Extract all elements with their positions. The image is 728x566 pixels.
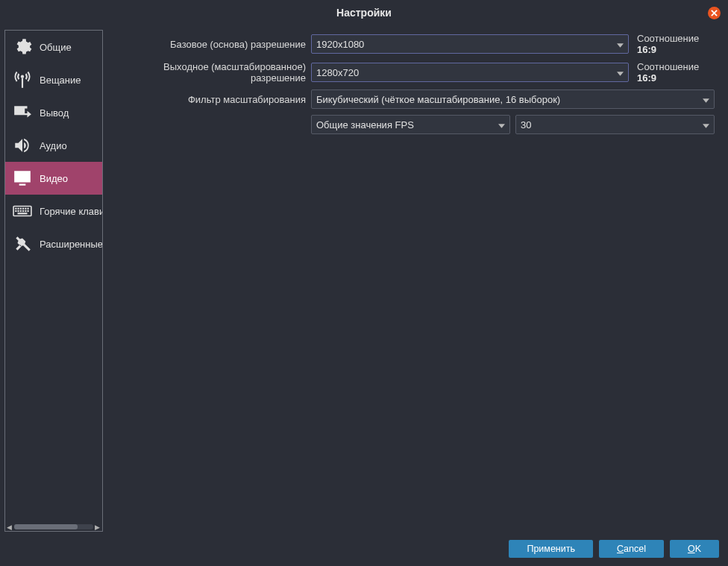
monitor-icon — [10, 167, 35, 189]
select-fps-value[interactable]: 30 — [515, 115, 715, 134]
sidebar-item-audio[interactable]: Аудио — [5, 129, 102, 162]
ratio-value: 16:9 — [637, 44, 656, 55]
svg-rect-11 — [18, 210, 19, 212]
apply-button[interactable]: Применить — [509, 540, 593, 558]
svg-rect-10 — [15, 210, 16, 212]
ratio-label: Соотношение — [637, 33, 699, 44]
chevron-down-icon — [498, 119, 505, 131]
label-base-resolution: Базовое (основа) разрешение — [110, 39, 306, 50]
sidebar-item-label: Аудио — [40, 140, 67, 151]
sidebar-wrap: Общие Вещание Вывод Аудио — [4, 30, 103, 532]
speaker-icon — [10, 134, 35, 157]
label-output-resolution: Выходное (масштабированное) разрешение — [110, 61, 306, 84]
svg-rect-14 — [25, 210, 26, 212]
sidebar: Общие Вещание Вывод Аудио — [5, 31, 102, 522]
sidebar-item-stream[interactable]: Вещание — [5, 63, 102, 96]
main-panel: Базовое (основа) разрешение 1920x1080 Со… — [110, 30, 724, 532]
svg-rect-9 — [28, 208, 29, 210]
close-icon — [711, 10, 718, 16]
select-base-resolution[interactable]: 1920x1080 — [311, 34, 629, 54]
select-value: 1280x720 — [316, 67, 359, 78]
footer: Применить Cancel OK — [0, 536, 728, 562]
svg-rect-13 — [22, 210, 24, 212]
label-scale-filter: Фильтр масштабирования — [110, 94, 306, 105]
sidebar-scrollbar[interactable]: ◀ ▶ — [5, 522, 102, 531]
svg-rect-6 — [20, 208, 22, 210]
sidebar-item-label: Общие — [40, 42, 72, 53]
select-scale-filter[interactable]: Бикубический (чёткое масштабирование, 16… — [311, 89, 715, 109]
svg-rect-5 — [18, 208, 19, 210]
output-icon — [10, 101, 35, 124]
sidebar-item-label: Горячие клавиши — [40, 206, 102, 217]
select-value: 1920x1080 — [316, 39, 364, 50]
svg-rect-16 — [18, 213, 28, 214]
titlebar: Настройки — [0, 0, 728, 25]
select-value: Бикубический (чёткое масштабирование, 16… — [316, 94, 560, 105]
ok-button[interactable]: OK — [670, 540, 719, 558]
cancel-button[interactable]: Cancel — [599, 540, 664, 558]
scroll-right-icon: ▶ — [95, 523, 101, 529]
window-title: Настройки — [336, 7, 392, 19]
row-output-resolution: Выходное (масштабированное) разрешение 1… — [110, 61, 715, 84]
svg-rect-4 — [15, 208, 16, 210]
row-base-resolution: Базовое (основа) разрешение 1920x1080 Со… — [110, 33, 715, 55]
gear-icon — [10, 36, 35, 58]
close-button[interactable] — [708, 7, 721, 19]
select-value: Общие значения FPS — [316, 119, 414, 131]
sidebar-item-general[interactable]: Общие — [5, 31, 102, 63]
svg-rect-8 — [25, 208, 26, 210]
ratio-base: Соотношение 16:9 — [634, 33, 715, 55]
antenna-icon — [10, 69, 35, 91]
scroll-thumb[interactable] — [14, 524, 78, 529]
ratio-output: Соотношение 16:9 — [634, 61, 715, 84]
body-area: Общие Вещание Вывод Аудио — [0, 25, 728, 536]
svg-rect-12 — [20, 210, 22, 212]
tools-icon — [10, 233, 35, 255]
chevron-down-icon — [703, 94, 709, 105]
ratio-label: Соотношение — [637, 61, 699, 72]
sidebar-item-video[interactable]: Видео — [5, 162, 102, 195]
row-fps: Общие значения FPS 30 — [110, 115, 715, 134]
ratio-value: 16:9 — [637, 72, 656, 84]
select-fps-type[interactable]: Общие значения FPS — [311, 115, 510, 134]
svg-rect-15 — [28, 210, 29, 212]
row-scale-filter: Фильтр масштабирования Бикубический (чёт… — [110, 89, 715, 109]
svg-rect-7 — [22, 208, 24, 210]
sidebar-item-label: Вещание — [40, 75, 81, 86]
sidebar-item-label: Вывод — [40, 107, 69, 119]
chevron-down-icon — [617, 67, 624, 78]
sidebar-item-advanced[interactable]: Расширенные — [5, 227, 102, 260]
scroll-left-icon: ◀ — [7, 523, 13, 529]
svg-point-2 — [21, 75, 24, 78]
scroll-track[interactable] — [14, 524, 93, 529]
sidebar-item-label: Расширенные — [40, 239, 102, 250]
chevron-down-icon — [703, 119, 709, 131]
sidebar-item-hotkeys[interactable]: Горячие клавиши — [5, 195, 102, 227]
chevron-down-icon — [617, 39, 624, 50]
keyboard-icon — [10, 200, 35, 222]
select-output-resolution[interactable]: 1280x720 — [311, 63, 629, 82]
select-value: 30 — [521, 119, 531, 131]
sidebar-item-output[interactable]: Вывод — [5, 96, 102, 129]
sidebar-item-label: Видео — [40, 173, 68, 184]
